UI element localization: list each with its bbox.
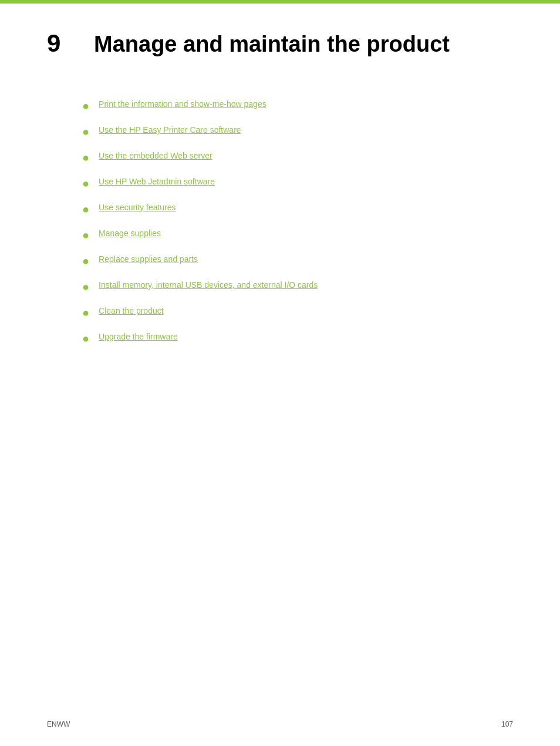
bullet-icon: ●	[82, 227, 89, 243]
list-item: ● Use HP Web Jetadmin software	[82, 176, 513, 191]
list-item: ● Print the information and show-me-how …	[82, 99, 513, 114]
toc-link-9[interactable]: Clean the product	[99, 305, 164, 317]
list-item: ● Use the embedded Web server	[82, 150, 513, 166]
toc-link-2[interactable]: Use the HP Easy Printer Care software	[99, 125, 241, 136]
bullet-icon: ●	[82, 278, 89, 295]
chapter-title: Manage and maintain the product	[94, 32, 450, 57]
toc-link-5[interactable]: Use security features	[99, 202, 176, 214]
bullet-icon: ●	[82, 201, 89, 217]
bullet-icon: ●	[82, 304, 89, 321]
bullet-icon: ●	[82, 98, 89, 114]
list-item: ● Manage supplies	[82, 228, 513, 243]
bullet-icon: ●	[82, 330, 89, 347]
list-item: ● Clean the product	[82, 305, 513, 321]
toc-link-10[interactable]: Upgrade the firmware	[99, 331, 178, 343]
toc-link-1[interactable]: Print the information and show-me-how pa…	[99, 99, 266, 110]
list-item: ● Replace supplies and parts	[82, 254, 513, 269]
top-border	[0, 0, 560, 4]
chapter-header: 9 Manage and maintain the product	[47, 29, 513, 63]
toc-link-3[interactable]: Use the embedded Web server	[99, 150, 212, 162]
bullet-icon: ●	[82, 253, 89, 269]
page: 9 Manage and maintain the product ● Prin…	[0, 0, 560, 746]
list-item: ● Install memory, internal USB devices, …	[82, 280, 513, 295]
list-item: ● Upgrade the firmware	[82, 331, 513, 347]
bullet-icon: ●	[82, 123, 89, 140]
toc-link-8[interactable]: Install memory, internal USB devices, an…	[99, 280, 318, 291]
toc-link-4[interactable]: Use HP Web Jetadmin software	[99, 176, 215, 188]
chapter-number: 9	[47, 29, 76, 58]
bullet-icon: ●	[82, 149, 89, 166]
list-item: ● Use the HP Easy Printer Care software	[82, 125, 513, 140]
content-area: 9 Manage and maintain the product ● Prin…	[0, 0, 560, 404]
bullet-icon: ●	[82, 175, 89, 191]
toc-link-6[interactable]: Manage supplies	[99, 228, 161, 240]
footer-left-text: ENWW	[47, 720, 70, 728]
toc-link-7[interactable]: Replace supplies and parts	[99, 254, 198, 266]
list-item: ● Use security features	[82, 202, 513, 217]
footer-page-number: 107	[501, 720, 513, 728]
footer: ENWW 107	[47, 720, 513, 728]
toc-list: ● Print the information and show-me-how …	[82, 99, 513, 347]
